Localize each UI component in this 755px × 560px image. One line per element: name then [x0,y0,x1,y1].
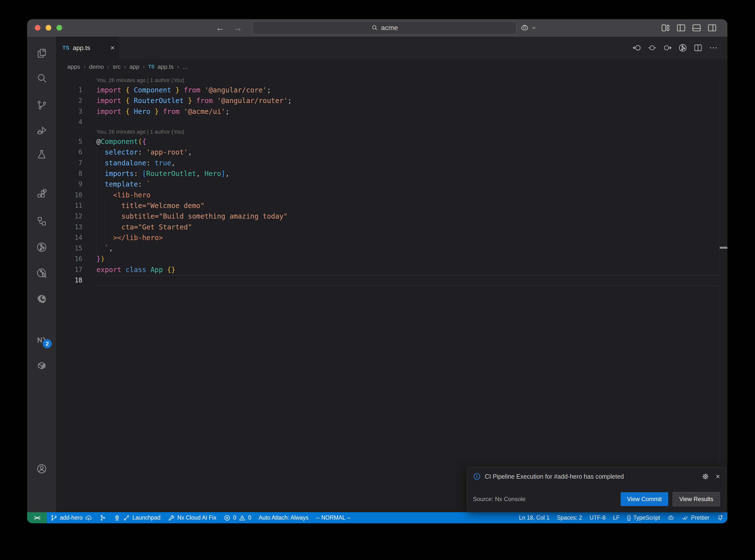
activity-item-containers[interactable] [27,360,56,373]
activity-badge: 2 [43,339,52,348]
activity-item-source-control[interactable] [27,99,56,112]
remote-indicator[interactable]: >< [27,512,47,523]
explorer-icon [36,47,47,59]
status-item-indentation[interactable]: Spaces: 2 [553,512,586,523]
containers-icon [36,361,47,372]
status-item-eol[interactable]: LF [609,512,623,523]
customize-layout-icon[interactable] [660,23,671,33]
activity-item-project-structure[interactable] [27,215,56,227]
breadcrumb-separator: › [124,63,126,70]
search-value: acme [381,24,398,32]
nav-back-reference-icon[interactable] [632,43,641,53]
toggle-panel-icon[interactable] [692,23,701,33]
activity-item-settings[interactable] [27,489,56,502]
status-item-launchpad[interactable]: Launchpad [110,512,164,523]
git-blame-annotation: You, 26 minutes ago | 1 author (You) [96,76,728,85]
activity-item-nx-console[interactable]: 2 [27,334,56,346]
code-editor[interactable]: You, 26 minutes ago | 1 author (You)1imp… [57,74,728,512]
code-line-content: }) [96,254,105,264]
activity-bar: 2 [27,37,57,512]
run-target-graph-icon[interactable] [678,43,688,53]
toggle-secondary-sidebar-icon[interactable] [707,23,717,33]
edge-browser-icon [36,294,47,305]
forward-arrow-icon[interactable]: → [234,23,242,33]
double-check-icon [682,514,689,521]
code-line-content: subtitle="Build something amazing today" [96,211,287,222]
code-line-2: 2import { RouterOutlet } from '@angular/… [57,95,728,106]
activity-item-nx-project-graph[interactable] [27,241,56,254]
activity-item-extensions[interactable] [27,188,56,201]
more-actions-icon[interactable] [709,43,718,53]
indent-guide [97,147,97,254]
command-center-search[interactable]: acme [253,21,516,34]
breadcrumb-symbol-tail[interactable]: … [182,63,188,70]
code-line-content: `, [96,243,113,254]
notification-source: Source: Nx Console [473,496,621,503]
status-item-branch-indicator[interactable]: add-hero [47,512,96,523]
info-icon [473,473,481,480]
status-item-notifications-bell[interactable] [713,512,728,523]
notification-settings-gear-icon[interactable] [702,473,709,480]
breadcrumb-item[interactable]: demo [89,63,104,70]
status-item-commit-graph[interactable] [96,512,110,523]
code-line-content: ></lib-hero> [96,233,163,243]
view-results-button[interactable]: View Results [673,492,720,506]
status-item-language-mode[interactable]: {}TypeScript [623,512,664,523]
code-line-14: 14 ></lib-hero> [57,233,728,243]
activity-item-nx-graph-search[interactable] [27,267,56,280]
split-editor-icon[interactable] [693,43,703,53]
copilot-menu[interactable] [520,19,537,36]
activity-item-search[interactable] [27,72,56,85]
minimize-window-button[interactable] [46,25,51,31]
zoom-window-button[interactable] [57,25,62,31]
tab-app-ts[interactable]: TS app.ts × [57,37,119,59]
activity-item-run-debug[interactable] [27,124,56,137]
activity-item-explorer[interactable] [27,47,56,60]
line-number: 14 [57,233,82,243]
breadcrumb-item[interactable]: app [130,63,139,70]
breadcrumb-item-file[interactable]: app.ts [158,63,174,70]
activity-item-edge-browser[interactable] [27,293,56,306]
status-item-cursor-position[interactable]: Ln 18, Col 1 [515,512,553,523]
activity-item-accounts[interactable] [27,462,56,475]
copilot-icon [668,514,674,521]
code-line-11: 11 title="Welcmoe demo" [57,200,728,211]
notification-close-icon[interactable]: × [716,472,720,481]
overview-ruler-scrollbar[interactable] [719,74,728,512]
status-item-problems[interactable]: 00 [220,512,255,523]
search-icon [36,73,47,84]
cloud-upload-icon [85,514,92,521]
error-circle-icon [224,514,231,521]
activity-item-testing[interactable] [27,148,56,161]
status-item-copilot-status[interactable] [664,512,678,523]
view-commit-button[interactable]: View Commit [621,492,668,506]
code-line-content: cta="Get Started" [96,222,192,233]
status-item-nx-cloud-ai-fix[interactable]: Nx Cloud AI Fix [164,512,220,523]
line-number: 10 [57,190,82,200]
breadcrumb-item[interactable]: src [113,63,121,70]
link-nodes-icon [123,514,130,521]
status-item-label: Ln 18, Col 1 [519,514,549,521]
status-bar: >< add-heroLaunchpadNx Cloud AI Fix00Aut… [27,512,728,523]
go-to-next-reference-icon[interactable] [663,43,672,53]
editor-group: TS app.ts × apps›demo›src›app›TSapp.ts›…… [57,37,728,512]
breadcrumb-separator: › [143,63,145,70]
status-item-auto-attach[interactable]: Auto Attach: Always [255,512,312,523]
status-item-prettier[interactable]: Prettier [678,512,713,523]
reference-marker-icon[interactable] [648,43,657,53]
breadcrumb-item[interactable]: apps [67,63,80,70]
back-arrow-icon[interactable]: ← [216,23,225,33]
close-tab-icon[interactable]: × [110,44,115,52]
close-window-button[interactable] [35,25,40,31]
status-item-vim-mode[interactable]: -- NORMAL -- [312,512,354,523]
git-blame-annotation: You, 26 minutes ago | 1 author (You) [96,127,728,136]
status-item-label: add-hero [60,514,83,521]
braces-icon: {} [627,514,631,521]
tab-filename: app.ts [73,44,107,52]
project-structure-icon [36,215,47,227]
status-item-encoding[interactable]: UTF-8 [586,512,609,523]
code-line-content: @Component({ [96,136,146,147]
status-item-label: TypeScript [633,514,660,521]
nx-graph-search-icon [36,267,47,279]
toggle-primary-sidebar-icon[interactable] [676,23,686,33]
